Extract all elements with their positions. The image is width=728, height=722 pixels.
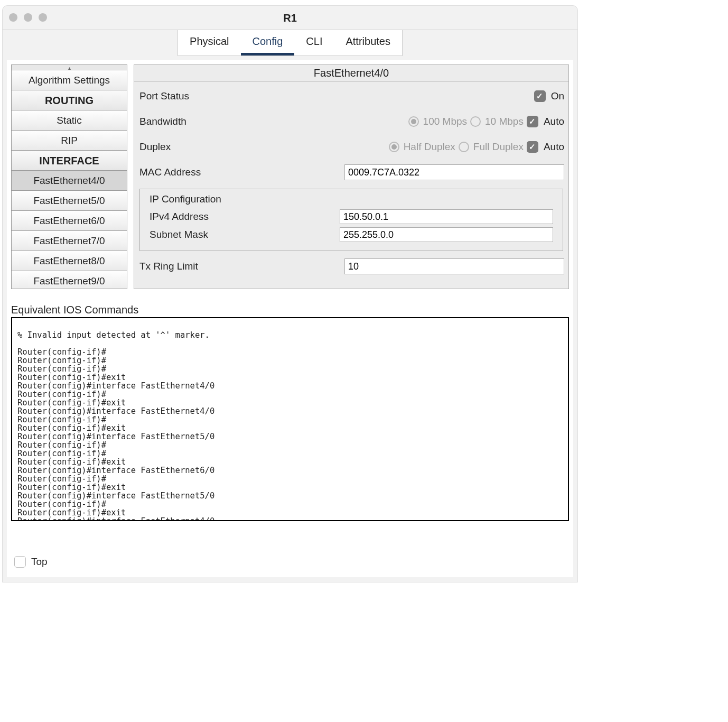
tab-config[interactable]: Config — [241, 30, 295, 55]
ipv4-address-input[interactable] — [340, 209, 553, 224]
config-workarea: ▴ Algorithm Settings ROUTING Static RIP … — [7, 60, 573, 577]
duplex-label: Duplex — [138, 141, 344, 153]
bandwidth-label: Bandwidth — [138, 116, 344, 127]
ip-configuration-group: IP Configuration IPv4 Address Subnet Mas… — [139, 189, 563, 251]
window-controls — [9, 13, 47, 22]
window-title: R1 — [3, 6, 577, 30]
duplex-auto-checkbox[interactable]: ✓ — [527, 141, 538, 153]
sidebar-item-fe70[interactable]: FastEthernet7/0 — [12, 231, 127, 251]
port-status-label: Port Status — [138, 90, 344, 102]
bandwidth-10-radio[interactable] — [470, 116, 481, 127]
sidebar-header-routing[interactable]: ROUTING — [12, 90, 127, 110]
zoom-icon[interactable] — [39, 13, 47, 22]
close-icon[interactable] — [9, 13, 17, 22]
ipv4-address-label: IPv4 Address — [150, 211, 340, 223]
sidebar-item-fe50[interactable]: FastEthernet5/0 — [12, 191, 127, 211]
bandwidth-auto-checkbox[interactable]: ✓ — [527, 116, 538, 127]
duplex-half-radio[interactable] — [389, 142, 399, 152]
titlebar: R1 — [3, 6, 577, 30]
port-status-checkbox[interactable]: ✓ — [534, 90, 546, 102]
subnet-mask-label: Subnet Mask — [150, 229, 340, 240]
mac-address-label: MAC Address — [138, 166, 344, 178]
ios-commands-label: Equivalent IOS Commands — [11, 304, 569, 316]
main-tabbar: Physical Config CLI Attributes — [3, 30, 577, 56]
tx-ring-limit-input[interactable] — [344, 258, 564, 274]
interface-config-panel: FastEthernet4/0 Port Status ✓ On Bandwid… — [134, 64, 569, 289]
tx-ring-limit-label: Tx Ring Limit — [138, 261, 344, 272]
tab-cli[interactable]: CLI — [294, 30, 334, 55]
port-status-on-label: On — [551, 90, 564, 102]
duplex-full-label: Full Duplex — [473, 141, 524, 153]
duplex-half-label: Half Duplex — [404, 141, 455, 153]
minimize-icon[interactable] — [24, 13, 32, 22]
sidebar-header-interface[interactable]: INTERFACE — [12, 151, 127, 171]
bandwidth-100-radio[interactable] — [408, 116, 419, 127]
sidebar-item-algorithm-settings[interactable]: Algorithm Settings — [12, 70, 127, 90]
duplex-auto-label: Auto — [544, 141, 564, 153]
config-sidebar: ▴ Algorithm Settings ROUTING Static RIP … — [11, 64, 127, 289]
bandwidth-auto-label: Auto — [544, 116, 564, 127]
bandwidth-100-label: 100 Mbps — [423, 116, 467, 127]
sidebar-item-fe80[interactable]: FastEthernet8/0 — [12, 251, 127, 271]
sidebar-item-rip[interactable]: RIP — [12, 131, 127, 151]
scroll-up-icon[interactable]: ▴ — [12, 65, 127, 70]
duplex-full-radio[interactable] — [459, 142, 469, 152]
panel-title: FastEthernet4/0 — [134, 65, 568, 82]
sidebar-item-fe40[interactable]: FastEthernet4/0 — [12, 171, 127, 191]
mac-address-input[interactable] — [344, 164, 564, 180]
bandwidth-10-label: 10 Mbps — [485, 116, 524, 127]
sidebar-item-fe60[interactable]: FastEthernet6/0 — [12, 211, 127, 231]
ip-configuration-title: IP Configuration — [150, 193, 553, 205]
tab-attributes[interactable]: Attributes — [334, 30, 402, 55]
sidebar-item-fe90[interactable]: FastEthernet9/0 — [12, 271, 127, 289]
top-label: Top — [31, 556, 48, 568]
tab-physical[interactable]: Physical — [178, 30, 240, 55]
device-config-window: R1 Physical Config CLI Attributes ▴ Algo… — [2, 5, 578, 582]
ios-commands-output[interactable]: % Invalid input detected at '^' marker. … — [11, 317, 569, 521]
subnet-mask-input[interactable] — [340, 227, 553, 242]
top-checkbox[interactable] — [14, 556, 26, 568]
sidebar-item-static[interactable]: Static — [12, 110, 127, 131]
